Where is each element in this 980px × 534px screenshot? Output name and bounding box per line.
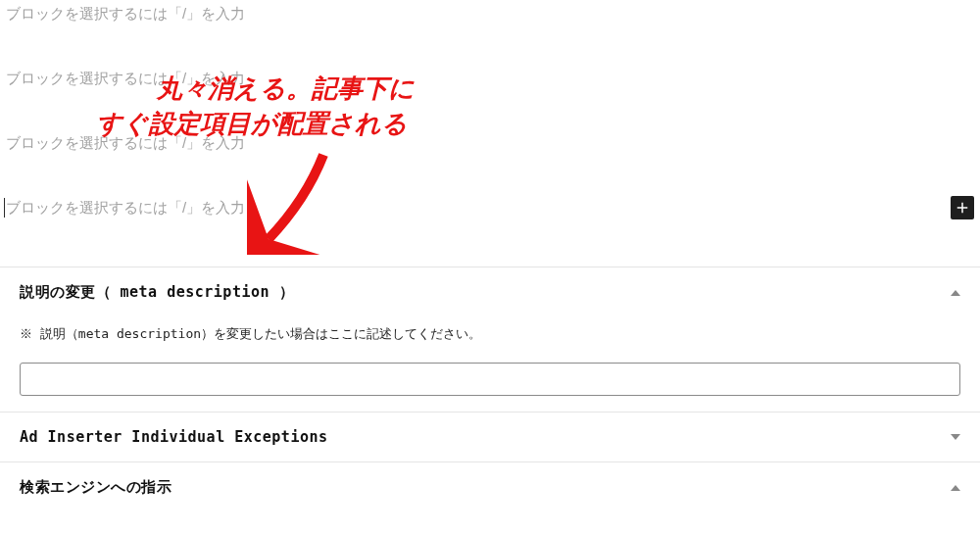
editor-area: ブロックを選択するには「/」を入力 ブロックを選択するには「/」を入力 ブロック… [0, 0, 980, 219]
block-placeholder[interactable]: ブロックを選択するには「/」を入力 [6, 67, 974, 90]
meta-description-input[interactable] [20, 363, 960, 396]
panel-ad-inserter-header[interactable]: Ad Inserter Individual Exceptions [20, 428, 960, 446]
panel-meta-description-header[interactable]: 説明の変更（ meta description ） [20, 283, 960, 302]
block-placeholder[interactable]: ブロックを選択するには「/」を入力 [6, 2, 974, 25]
plus-icon [954, 199, 971, 217]
chevron-down-icon [951, 434, 960, 440]
block-placeholder-text: ブロックを選択するには「/」を入力 [6, 196, 245, 219]
block-placeholder-active[interactable]: ブロックを選択するには「/」を入力 [6, 196, 974, 219]
add-block-button[interactable] [951, 196, 974, 219]
chevron-up-icon [951, 290, 960, 296]
panel-ad-inserter: Ad Inserter Individual Exceptions [0, 412, 980, 461]
panel-help-text: ※ 説明（meta description）を変更したい場合はここに記述してくだ… [20, 325, 960, 343]
panel-seo: 検索エンジンへの指示 [0, 461, 980, 512]
settings-panels: 説明の変更（ meta description ） ※ 説明（meta desc… [0, 267, 980, 512]
panel-seo-header[interactable]: 検索エンジンへの指示 [20, 478, 960, 497]
panel-meta-description: 説明の変更（ meta description ） ※ 説明（meta desc… [0, 267, 980, 412]
panel-meta-description-body: ※ 説明（meta description）を変更したい場合はここに記述してくだ… [20, 302, 960, 396]
panel-title: 検索エンジンへの指示 [20, 478, 172, 497]
panel-title: 説明の変更（ meta description ） [20, 283, 294, 302]
block-placeholder[interactable]: ブロックを選択するには「/」を入力 [6, 131, 974, 155]
panel-title: Ad Inserter Individual Exceptions [20, 428, 328, 446]
chevron-up-icon [951, 485, 960, 491]
